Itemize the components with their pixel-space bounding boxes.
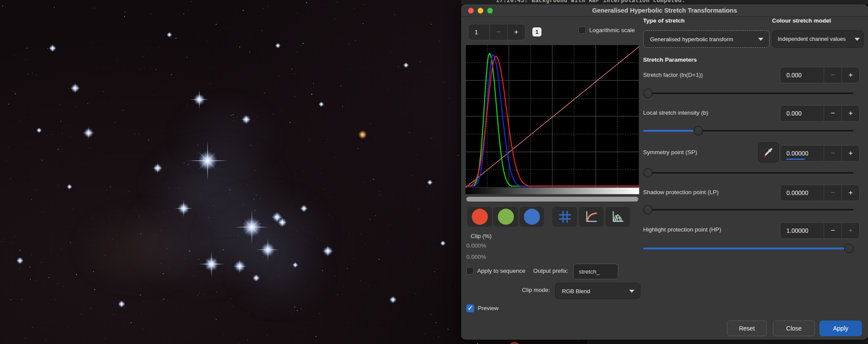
clip-mode-value: RGB Blend <box>562 288 590 294</box>
minus-button[interactable]: − <box>824 185 842 201</box>
histogram-canvas <box>465 45 639 188</box>
histogram-gradient-bar <box>465 188 639 194</box>
bright-star <box>300 205 308 212</box>
blue-channel-icon <box>524 209 540 225</box>
slider-thumb[interactable] <box>693 126 703 136</box>
nebula-glow <box>230 239 330 313</box>
value-progress-underline <box>786 159 805 160</box>
red-channel-icon <box>472 209 488 225</box>
histogram-display-button[interactable] <box>605 207 630 227</box>
minus-button[interactable]: − <box>824 67 842 83</box>
slider-thumb[interactable] <box>643 168 653 178</box>
minus-button[interactable]: − <box>824 223 842 238</box>
highlight-protection-value[interactable]: 1.00000 <box>780 223 824 238</box>
bright-star <box>198 251 224 277</box>
bright-star <box>17 257 23 264</box>
apply-to-sequence-checkbox[interactable] <box>466 267 474 275</box>
frame-spinner-value[interactable]: 1 <box>469 24 489 40</box>
output-prefix-input[interactable] <box>573 264 618 279</box>
type-of-stretch-dropdown[interactable]: Generalised hyperbolic transform <box>643 30 769 48</box>
chevron-down-icon <box>758 38 763 41</box>
plus-button[interactable]: + <box>842 223 859 238</box>
bright-star <box>257 238 279 261</box>
preview-checkbox[interactable] <box>466 304 474 312</box>
logarithmic-scale-checkbox[interactable] <box>578 26 586 34</box>
plus-button[interactable]: + <box>842 106 859 121</box>
slider-track[interactable] <box>643 172 854 174</box>
clip-mode-dropdown[interactable]: RGB Blend <box>555 283 640 299</box>
stretch-settings-column: Type of stretch Generalised hyperbolic t… <box>643 4 864 340</box>
close-button[interactable]: Close <box>773 321 815 336</box>
console-log-strip: 17:20:43: Background with RBF interpolat… <box>461 0 868 4</box>
plus-button[interactable]: + <box>842 67 859 83</box>
type-of-stretch-value: Generalised hyperbolic transform <box>650 36 733 43</box>
slider-thumb[interactable] <box>643 89 653 98</box>
slider-thumb[interactable] <box>643 205 653 215</box>
nebula-dust <box>74 204 208 291</box>
ghs-dialog: Generalised Hyperbolic Stretch Transform… <box>461 4 868 340</box>
stretch-factor-spinbox: 0.000 − + <box>780 67 860 83</box>
bright-star <box>275 43 281 49</box>
bright-star <box>167 32 172 38</box>
histogram-scrollbar[interactable] <box>466 197 638 202</box>
plus-button[interactable]: + <box>842 146 859 161</box>
clip-value-top: 0.000% <box>466 242 486 249</box>
bottom-panel <box>587 340 868 344</box>
param-label: Stretch factor (ln(D+1)) <box>643 72 703 78</box>
local-stretch-value[interactable]: 0.000 <box>780 106 824 121</box>
slider-fill <box>643 248 849 249</box>
symmetry-point-slider[interactable] <box>643 168 854 178</box>
histogram-plot[interactable] <box>465 45 639 188</box>
highlight-protection-spinbox: 1.00000 − + <box>780 222 860 239</box>
slider-thumb[interactable] <box>844 244 854 253</box>
plus-button[interactable]: + <box>842 185 859 201</box>
bright-star <box>322 245 334 257</box>
eyedropper-icon <box>763 147 774 158</box>
bright-star <box>440 241 446 246</box>
transfer-curve-icon <box>585 210 598 223</box>
param-label: Highlight protection point (HP) <box>643 226 721 233</box>
stretch-factor-slider[interactable] <box>643 89 854 98</box>
local-stretch-spinbox: 0.000 − + <box>780 105 860 122</box>
histogram-icon <box>611 210 624 223</box>
stretch-parameters-title: Stretch Parameters <box>643 56 697 63</box>
colour-stretch-model-label: Colour stretch model <box>772 17 831 24</box>
grid-toggle-button[interactable] <box>552 207 577 227</box>
slider-track[interactable] <box>643 209 854 211</box>
reset-button[interactable]: Reset <box>727 321 767 336</box>
bright-star <box>292 262 298 268</box>
logarithmic-scale-label: Logarithmic scale <box>589 27 635 33</box>
channel-count-badge: 1 <box>532 27 541 36</box>
colour-stretch-model-dropdown[interactable]: Independent channel values <box>772 30 864 48</box>
param-label: Shadow protection point (LP) <box>643 189 719 195</box>
bright-star <box>190 90 209 109</box>
output-prefix-label: Output prefix: <box>533 268 568 274</box>
frame-minus-button[interactable]: − <box>490 24 507 40</box>
shadow-protection-slider[interactable] <box>643 205 854 215</box>
apply-to-sequence-label: Apply to sequence <box>477 268 525 274</box>
red-channel-toggle[interactable] <box>467 207 492 227</box>
param-label: Local stretch intensity (b) <box>643 109 708 116</box>
chevron-down-icon <box>855 38 860 41</box>
minus-button[interactable]: − <box>824 146 842 161</box>
bright-star <box>49 44 56 52</box>
green-channel-icon <box>498 209 514 225</box>
highlight-protection-slider[interactable] <box>643 244 854 253</box>
frame-plus-button[interactable]: + <box>508 24 525 40</box>
clip-value-bottom: 0.000% <box>466 254 486 260</box>
symmetry-point-picker-button[interactable] <box>758 142 779 162</box>
bright-star <box>241 115 251 124</box>
slider-track[interactable] <box>643 93 854 94</box>
console-log-line: 17:20:43: Background with RBF interpolat… <box>496 0 685 3</box>
chevron-down-icon <box>629 290 634 293</box>
shadow-protection-value[interactable]: 0.00000 <box>780 185 824 201</box>
stretch-factor-value[interactable]: 0.000 <box>780 67 824 83</box>
apply-button[interactable]: Apply <box>819 321 862 336</box>
bright-star <box>83 127 95 139</box>
curve-display-button[interactable] <box>579 207 604 227</box>
blue-channel-toggle[interactable] <box>519 207 544 227</box>
green-channel-toggle[interactable] <box>493 207 518 227</box>
local-stretch-slider[interactable] <box>643 126 854 136</box>
stop-processing-icon[interactable] <box>509 342 520 344</box>
minus-button[interactable]: − <box>824 106 842 121</box>
